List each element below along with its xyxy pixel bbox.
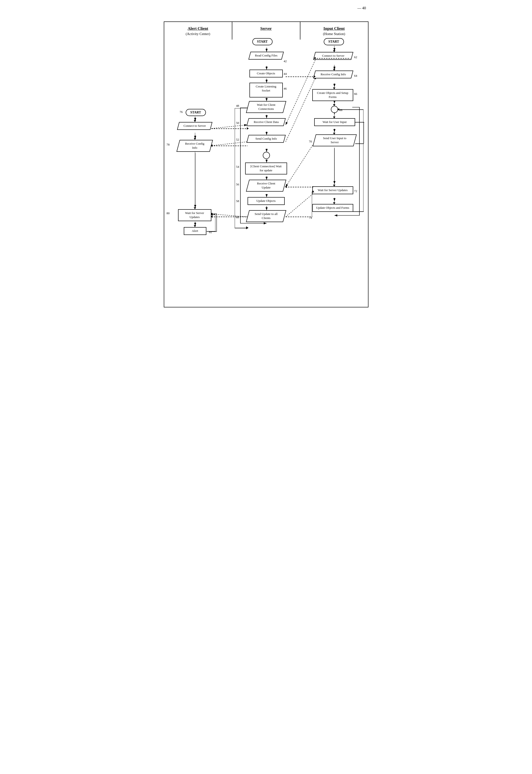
input-recv-config: Receive Config Info (314, 70, 352, 78)
loop-line-h2 (235, 228, 248, 228)
alert-alert: Alert (184, 227, 206, 235)
dash-i-senduser-s-recvupdate (286, 187, 314, 187)
dash-i-vert-head (312, 190, 314, 192)
server-update-obj-label: Update Objects (248, 197, 285, 205)
server-read-config-label: Read Config Files (248, 52, 284, 60)
figure-ref-line: — 40 (358, 6, 366, 10)
i-loop-h2 (338, 109, 363, 110)
alert-connect: Connect to Server (178, 122, 211, 130)
a-loop-h1 (207, 231, 216, 232)
server-wait-conn: Wait for Client Connections (248, 101, 285, 113)
input-recv-config-label: Receive Config Info (313, 70, 353, 78)
server-listen-num: 46 (284, 86, 287, 90)
input-connect-num: 62 (354, 55, 357, 59)
input-wait-server-label: Wait for Server Updates (312, 186, 353, 194)
alert-wait-server-label: Wait for Server Updates (178, 209, 211, 221)
input-wait-server-num: 72 (354, 189, 357, 193)
a-arrow2-head (194, 138, 196, 140)
server-start-label: START (252, 38, 273, 45)
input-circle1-num: 68 (339, 108, 343, 112)
alert-recv-config-num: 78 (167, 142, 170, 146)
alert-start-num: 76 (180, 110, 183, 114)
server-start: START (252, 38, 273, 45)
figure-number: 40 (362, 6, 366, 10)
server-create-objects: Create Objects (249, 70, 283, 77)
i-loop-arrowhead (337, 108, 339, 110)
a-arrow1-head (194, 120, 196, 122)
alert-recv-config: Receive Config Info (178, 140, 211, 152)
dash-s-sendconfig-a-recvconfig-head (211, 144, 213, 147)
input-connect: Connect to Server (314, 52, 352, 60)
diagram-container: Alert Client (Activity Center) Server In… (164, 21, 368, 307)
server-wait-update-num: 54 (236, 164, 239, 169)
input-create-setup-num: 66 (354, 91, 357, 96)
a-arrow3 (195, 151, 195, 208)
a-arrow3-head (194, 207, 196, 209)
input-wait-server: Wait for Server Updates (312, 186, 353, 194)
server-recv-update: Receive Client Update (248, 180, 285, 191)
server-read-config: Read Config Files (249, 52, 283, 60)
a-loop-v1 (215, 215, 216, 232)
input-start-label: START (324, 38, 344, 45)
dash-i-connect-s-recv (314, 58, 350, 59)
server-recv-num: 50 (236, 120, 239, 125)
input-create-setup-label: Create Objects and Setup Forms (312, 89, 353, 101)
server-recv-update-num: 56 (236, 182, 239, 186)
input-create-setup: Create Objects and Setup Forms (312, 89, 353, 101)
server-circle1 (263, 152, 270, 159)
input-wait-user-label: Wait for User Input (314, 118, 355, 126)
col-header-server: Server (234, 24, 299, 31)
server-send-config-num: 52 (236, 137, 239, 141)
server-recv-data: Receive Client Data (248, 118, 285, 126)
dash-i-vert (312, 191, 312, 217)
server-send-config: Send Config Info (248, 135, 285, 143)
alert-alert-label: Alert (184, 227, 206, 235)
server-update-obj: Update Objects (248, 197, 285, 205)
server-send-update-label: Send Update to all Clients (246, 210, 286, 222)
server-wait-conn-num: 48 (236, 103, 239, 108)
alert-recv-config-label: Receive Config Info (176, 140, 213, 152)
dash-a-connect-s-recv (211, 128, 248, 129)
server-wait-update-label: [Client Connection] Wait for update (245, 162, 287, 174)
server-create-objects-num: 44 (284, 71, 287, 76)
server-send-update: Send Update to all Clients (248, 210, 285, 222)
dash-s-sendupdate-i-waitserver (286, 217, 312, 217)
dash-s-sendconfig-a-recvconfig (211, 145, 248, 146)
col-subheader-alert: (Activity Center) (165, 32, 231, 36)
col-subheader-input: (Home Station) (302, 32, 367, 36)
server-send-config-label: Send Config Info (246, 135, 286, 143)
dash-i-senduser-s-recvupdate-head (285, 185, 287, 188)
i-loop-h1 (353, 212, 364, 212)
loop-arrowhead (246, 227, 249, 229)
server-listen-socket-label: Create Listening Socket (249, 83, 283, 97)
server-wait-update: [Client Connection] Wait for update (245, 162, 287, 174)
page: — 40 Alert Client (Activity Center) Serv… (159, 5, 373, 312)
loop-line-v1 (235, 108, 235, 228)
input-wait-user: Wait for User Input (314, 118, 355, 126)
input-update-forms: Update Objects and Forms (312, 204, 353, 212)
server-recv-data-label: Receive Client Data (246, 118, 286, 126)
server-send-update-num: 60 (236, 215, 239, 219)
server-listen-socket: Create Listening Socket (249, 83, 283, 97)
input-recv-config-num: 64 (354, 73, 357, 78)
col-header-input: Input Client (302, 24, 367, 31)
i-arrow7 (334, 149, 335, 185)
input-send-user: Send User Input to Server (314, 134, 355, 146)
alert-alert-num: 82 (209, 230, 212, 234)
alert-wait-server: Wait for Server Updates (178, 209, 211, 221)
server-update-obj-num: 58 (236, 199, 239, 203)
server-create-objects-label: Create Objects (249, 70, 283, 77)
alert-wait-server-num: 80 (167, 211, 170, 215)
dash-a-connect-s-recv-head (247, 127, 249, 130)
input-start: START (324, 38, 344, 45)
input-circle1 (331, 106, 338, 113)
alert-start-label: START (186, 109, 206, 116)
alert-connect-label: Connect to Server (177, 122, 212, 130)
dash-s-sendupdate-a-waitserver (211, 217, 248, 217)
input-connect-label: Connect to Server (313, 52, 353, 60)
alert-start: 76 START (186, 109, 206, 116)
server-read-config-num: 42 (284, 59, 287, 63)
a-arrow4-head (194, 225, 196, 227)
input-send-user-label: Send User Input to Server (313, 134, 357, 146)
input-send-user-num: 70 (309, 139, 312, 143)
